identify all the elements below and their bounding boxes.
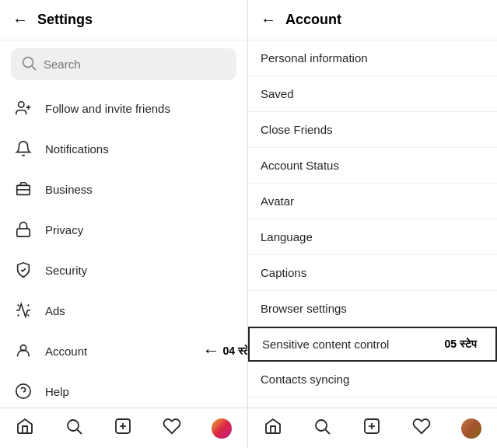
right-item-saved[interactable]: Saved	[248, 76, 497, 112]
business-icon	[12, 178, 34, 200]
right-label-browser-settings: Browser settings	[261, 302, 347, 315]
svg-point-2	[19, 102, 24, 107]
svg-rect-8	[17, 229, 30, 236]
menu-label-business: Business	[45, 183, 93, 196]
svg-line-30	[326, 429, 331, 434]
left-header: ← Settings	[0, 0, 247, 40]
search-nav-icon[interactable]	[65, 417, 83, 440]
right-label-sensitive: Sensitive content control	[262, 338, 389, 351]
svg-point-29	[316, 420, 327, 431]
menu-label-help: Help	[45, 385, 69, 398]
right-item-sharing[interactable]: Sharing to other apps	[248, 397, 497, 408]
right-heart-icon[interactable]	[412, 417, 431, 440]
right-add-icon[interactable]	[362, 417, 381, 440]
right-label-avatar: Avatar	[261, 194, 294, 208]
settings-title: Settings	[37, 12, 93, 28]
right-home-icon[interactable]	[264, 417, 282, 440]
right-item-language[interactable]: Language	[248, 219, 497, 255]
right-avatar[interactable]	[461, 418, 481, 439]
menu-label-notifications: Notifications	[45, 142, 109, 156]
svg-point-10	[16, 384, 30, 398]
heart-icon[interactable]	[163, 417, 181, 440]
account-annotation: ← 04 स्टेप	[203, 341, 247, 361]
bell-icon	[12, 138, 34, 159]
svg-line-1	[32, 66, 36, 70]
left-avatar[interactable]	[212, 418, 232, 439]
right-search-nav-icon[interactable]	[313, 417, 331, 440]
menu-label-ads: Ads	[45, 304, 65, 317]
right-label-contacts: Contacts syncing	[261, 373, 349, 386]
home-icon[interactable]	[16, 417, 34, 440]
right-label-captions: Captions	[261, 266, 306, 279]
menu-label-account: Account	[45, 345, 87, 358]
right-item-contacts[interactable]: Contacts syncing	[248, 362, 497, 397]
help-icon	[12, 380, 34, 402]
menu-item-account[interactable]: Account ← 04 स्टेप	[0, 331, 247, 371]
menu-item-follow[interactable]: Follow and invite friends	[0, 88, 247, 128]
account-title: Account	[285, 12, 341, 28]
right-label-language: Language	[261, 230, 313, 243]
left-panel: ← Settings Follow and invite friends	[0, 0, 248, 448]
search-input[interactable]	[44, 58, 227, 71]
menu-item-business[interactable]: Business	[0, 169, 247, 209]
lock-icon	[12, 219, 34, 240]
left-bottom-nav	[0, 408, 247, 448]
account-step-text: 04 स्टेप	[223, 345, 247, 358]
right-label-close-friends: Close Friends	[261, 123, 333, 136]
search-icon	[20, 54, 37, 74]
right-item-avatar[interactable]: Avatar	[248, 184, 497, 219]
menu-item-help[interactable]: Help	[0, 371, 247, 408]
arrow-right-icon: ←	[203, 341, 220, 361]
right-menu-list: Personal information Saved Close Friends…	[248, 40, 497, 408]
menu-item-privacy[interactable]: Privacy	[0, 209, 247, 250]
follow-icon	[12, 97, 34, 119]
right-item-account-status[interactable]: Account Status	[248, 148, 497, 184]
right-item-close-friends[interactable]: Close Friends	[248, 112, 497, 148]
right-label-personal: Personal information	[261, 51, 368, 65]
right-label-account-status: Account Status	[261, 159, 339, 172]
menu-item-notifications[interactable]: Notifications	[0, 128, 247, 169]
left-back-button[interactable]: ←	[12, 11, 28, 29]
right-item-sensitive[interactable]: Sensitive content control 05 स्टेप	[248, 327, 497, 362]
menu-item-security[interactable]: Security	[0, 250, 247, 290]
right-item-captions[interactable]: Captions	[248, 255, 497, 291]
svg-line-25	[77, 429, 82, 434]
svg-point-0	[23, 58, 33, 68]
menu-label-security: Security	[45, 264, 87, 277]
menu-label-follow: Follow and invite friends	[45, 102, 170, 115]
right-header: ← Account	[248, 0, 497, 40]
shield-icon	[12, 259, 34, 281]
right-back-button[interactable]: ←	[261, 11, 276, 29]
svg-point-24	[68, 420, 79, 431]
left-menu-list: Follow and invite friends Notifications	[0, 88, 247, 408]
search-bar[interactable]	[11, 48, 236, 80]
person-icon	[12, 340, 34, 362]
right-item-browser-settings[interactable]: Browser settings	[248, 291, 497, 327]
add-icon[interactable]	[114, 417, 132, 440]
right-bottom-nav	[248, 408, 497, 448]
right-label-saved: Saved	[261, 87, 294, 100]
sensitive-step-text: 05 स्टेप	[445, 338, 477, 351]
right-panel: ← Account Personal information Saved Clo…	[248, 0, 497, 448]
menu-label-privacy: Privacy	[45, 223, 83, 236]
right-item-personal[interactable]: Personal information	[248, 40, 497, 76]
ads-icon	[12, 299, 34, 321]
menu-item-ads[interactable]: Ads	[0, 290, 247, 331]
